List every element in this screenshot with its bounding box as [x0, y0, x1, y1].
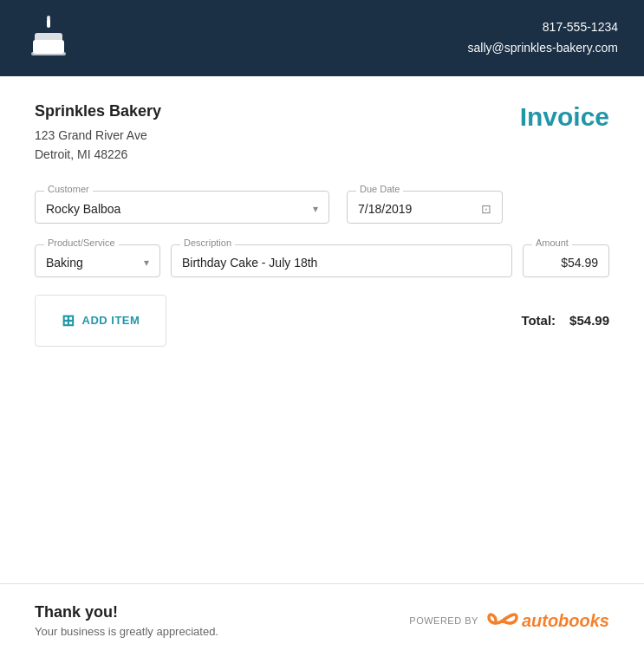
customer-field[interactable]: Customer Rocky Balboa ▾ [35, 191, 329, 224]
powered-by-section: POWERED BY autobooks [409, 608, 609, 633]
invoice-page: 817-555-1234 sally@sprinkles-bakery.com … [0, 0, 644, 657]
description-label: Description [180, 237, 235, 248]
amount-field[interactable]: Amount $54.99 [523, 244, 609, 277]
customer-value-row: Rocky Balboa ▾ [46, 198, 318, 216]
product-label: Product/Service [44, 237, 119, 248]
amount-label: Amount [532, 237, 572, 248]
description-value: Birthday Cake - July 18th [182, 252, 501, 270]
contact-info: 817-555-1234 sally@sprinkles-bakery.com [468, 17, 618, 59]
svg-point-1 [47, 16, 50, 21]
thank-you-section: Thank you! Your business is greatly appr… [35, 603, 218, 638]
action-row: ⊞ ADD ITEM Total: $54.99 [35, 295, 609, 347]
customer-label: Customer [44, 184, 93, 194]
calendar-icon: ⊡ [481, 202, 491, 216]
email-address: sally@sprinkles-bakery.com [468, 38, 618, 59]
customer-dropdown-arrow: ▾ [313, 203, 318, 215]
add-item-label: ADD ITEM [82, 314, 140, 327]
business-row: Sprinkles Bakery 123 Grand River Ave Det… [35, 102, 609, 165]
svg-rect-3 [35, 33, 62, 42]
logo-area [26, 16, 71, 61]
due-date-field[interactable]: Due Date 7/18/2019 ⊡ [347, 191, 503, 224]
business-info: Sprinkles Bakery 123 Grand River Ave Det… [35, 102, 161, 165]
invoice-title: Invoice [520, 102, 609, 132]
thank-you-text: Thank you! [35, 603, 218, 621]
spacer [35, 373, 609, 566]
autobooks-icon [487, 608, 518, 633]
business-address-line1: 123 Grand River Ave [35, 126, 161, 145]
phone-number: 817-555-1234 [468, 17, 618, 38]
due-date-value-row: 7/18/2019 ⊡ [358, 198, 491, 216]
autobooks-logo: autobooks [487, 608, 609, 633]
due-date-value: 7/18/2019 [358, 202, 412, 216]
page-header: 817-555-1234 sally@sprinkles-bakery.com [0, 0, 644, 76]
svg-rect-2 [33, 40, 64, 54]
amount-value: $54.99 [534, 252, 598, 270]
customer-value: Rocky Balboa [46, 202, 120, 216]
due-date-label: Due Date [356, 184, 403, 194]
total-label: Total: [521, 313, 556, 328]
total-section: Total: $54.99 [521, 313, 609, 328]
business-name: Sprinkles Bakery [35, 102, 161, 120]
add-item-button[interactable]: ⊞ ADD ITEM [35, 295, 166, 347]
business-address-line2: Detroit, MI 48226 [35, 145, 161, 164]
thank-you-subtext: Your business is greatly appreciated. [35, 625, 218, 638]
description-field[interactable]: Description Birthday Cake - July 18th [171, 244, 512, 277]
total-amount: $54.99 [569, 313, 609, 328]
product-dropdown-arrow: ▾ [144, 257, 149, 269]
product-field[interactable]: Product/Service Baking ▾ [35, 244, 160, 277]
product-value: Baking [46, 256, 83, 270]
line-item-row: Product/Service Baking ▾ Description Bir… [35, 244, 609, 277]
powered-by-label: POWERED BY [409, 615, 478, 626]
customer-duedate-row: Customer Rocky Balboa ▾ Due Date 7/18/20… [35, 191, 609, 224]
page-footer: Thank you! Your business is greatly appr… [0, 583, 644, 657]
svg-rect-4 [31, 52, 66, 55]
add-item-icon: ⊞ [62, 311, 75, 330]
cake-icon [26, 16, 71, 61]
autobooks-label: autobooks [522, 611, 609, 631]
product-value-row: Baking ▾ [46, 252, 149, 270]
main-content: Sprinkles Bakery 123 Grand River Ave Det… [0, 76, 644, 583]
